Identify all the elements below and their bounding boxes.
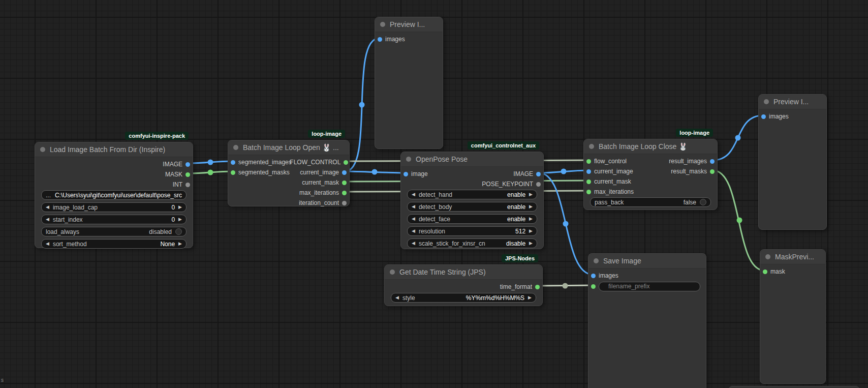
collapse-dot[interactable] [594, 258, 599, 263]
right-arrow-icon[interactable]: ▶ [529, 192, 533, 197]
node-badge: JPS-Nodes [502, 254, 538, 262]
node-save-image[interactable]: Save Image images filename_prefix [588, 253, 706, 388]
input-slot[interactable] [404, 172, 408, 176]
left-arrow-icon[interactable]: ◀ [395, 295, 399, 300]
right-arrow-icon[interactable]: ▶ [528, 295, 532, 300]
right-arrow-icon[interactable]: ▶ [178, 242, 182, 246]
input-slot[interactable] [378, 37, 382, 42]
toggle-circle-icon[interactable] [700, 199, 706, 205]
collapse-dot[interactable] [765, 254, 770, 259]
output-slot[interactable] [710, 159, 715, 164]
node-titlebar[interactable]: Batch Image Loop Close 🐰 [584, 139, 717, 154]
input-slot[interactable] [231, 160, 235, 165]
output-slot[interactable] [344, 160, 348, 165]
toggle-circle-icon[interactable] [175, 228, 182, 235]
left-arrow-icon[interactable]: ◀ [46, 205, 49, 210]
collapse-dot[interactable] [390, 270, 395, 275]
output-slot[interactable] [535, 285, 540, 289]
output-slot-image[interactable] [185, 162, 190, 167]
style-widget[interactable]: ◀ style %Y%m%d%H%M%S ▶ [391, 293, 536, 303]
link-midpoint-dot[interactable] [208, 160, 213, 165]
left-arrow-icon[interactable]: ◀ [412, 192, 415, 197]
node-preview-image-top[interactable]: Preview I... images [375, 17, 443, 149]
output-slot[interactable] [342, 170, 347, 175]
right-arrow-icon[interactable]: ▶ [529, 204, 533, 209]
node-title: Save Image [603, 257, 641, 265]
left-arrow-icon[interactable]: ◀ [412, 229, 415, 233]
left-arrow-icon[interactable]: ◀ [46, 217, 49, 222]
left-arrow-icon[interactable]: ◀ [412, 241, 415, 246]
input-slot[interactable] [586, 180, 591, 184]
link-midpoint-dot[interactable] [563, 221, 569, 227]
pass-back-toggle[interactable]: pass_back false [590, 197, 711, 207]
output-slot[interactable] [710, 169, 715, 174]
detect-face-widget[interactable]: ◀ detect_face enable ▶ [407, 214, 537, 224]
partial-node-bottom[interactable] [728, 386, 860, 388]
node-titlebar[interactable]: OpenPose Pose [401, 152, 543, 167]
start-index-widget[interactable]: ◀ start_index 0 ▶ [41, 215, 187, 224]
node-titlebar[interactable]: Load Image Batch From Dir (Inspire) [35, 142, 193, 157]
collapse-dot[interactable] [40, 147, 45, 152]
link-midpoint-dot[interactable] [563, 283, 568, 289]
input-slot[interactable] [586, 159, 591, 164]
input-slot[interactable] [586, 169, 591, 174]
link-midpoint-dot[interactable] [735, 135, 741, 141]
node-titlebar[interactable]: Preview I... [375, 17, 443, 32]
input-slot[interactable] [763, 270, 767, 274]
resolution-widget[interactable]: ◀ resolution 512 ▶ [407, 226, 537, 236]
node-openpose-pose[interactable]: comfyui_controlnet_aux OpenPose Pose ima… [400, 152, 544, 249]
filename-prefix-widget[interactable]: filename_prefix [599, 282, 700, 291]
output-slot[interactable] [342, 201, 347, 205]
collapse-dot[interactable] [764, 99, 769, 104]
collapse-dot[interactable] [406, 157, 411, 162]
left-arrow-icon[interactable]: ◀ [412, 204, 415, 209]
directory-widget[interactable]: ... C:\Users\syui\git\comfyui\user\defau… [41, 190, 187, 200]
right-arrow-icon[interactable]: ▶ [178, 217, 182, 222]
link-midpoint-dot[interactable] [561, 169, 567, 174]
link-midpoint-dot[interactable] [737, 218, 742, 223]
input-slot[interactable] [591, 284, 596, 289]
load-always-toggle[interactable]: load_always disabled [41, 227, 187, 236]
node-titlebar[interactable]: Batch Image Loop Open 🐰 ... [228, 140, 349, 155]
right-arrow-icon[interactable]: ▶ [178, 205, 182, 210]
node-titlebar[interactable]: Save Image [588, 254, 706, 268]
input-slot[interactable] [591, 274, 596, 278]
node-titlebar[interactable]: Get Date Time String (JPS) [385, 265, 542, 280]
link-midpoint-dot[interactable] [359, 102, 365, 108]
link-midpoint-dot[interactable] [372, 169, 378, 175]
collapse-dot[interactable] [380, 22, 385, 27]
scale-stick-widget[interactable]: ◀ scale_stick_for_xinsr_cn disable ▶ [407, 238, 537, 248]
left-arrow-icon[interactable]: ◀ [412, 217, 415, 221]
node-batch-image-loop-open[interactable]: loop-image Batch Image Loop Open 🐰 ... s… [228, 140, 350, 206]
output-slot[interactable] [536, 172, 541, 176]
input-slot[interactable] [231, 170, 235, 175]
node-load-image-batch[interactable]: comfyui-inspire-pack Load Image Batch Fr… [35, 142, 193, 248]
input-slot[interactable] [586, 190, 591, 194]
output-label: MASK [165, 171, 182, 178]
node-titlebar[interactable]: Preview I... [759, 95, 826, 109]
detect-body-widget[interactable]: ◀ detect_body enable ▶ [407, 202, 537, 212]
input-slot[interactable] [761, 114, 766, 119]
right-arrow-icon[interactable]: ▶ [529, 229, 533, 233]
node-preview-image-right[interactable]: Preview I... images [758, 94, 827, 230]
output-slot[interactable] [342, 181, 347, 185]
node-title: MaskPrevi... [775, 253, 814, 261]
node-get-date-time-string[interactable]: JPS-Nodes Get Date Time String (JPS) tim… [384, 264, 543, 306]
output-slot[interactable] [536, 182, 541, 187]
right-arrow-icon[interactable]: ▶ [529, 217, 533, 221]
output-slot[interactable] [342, 191, 347, 195]
collapse-dot[interactable] [233, 145, 238, 150]
detect-hand-widget[interactable]: ◀ detect_hand enable ▶ [407, 190, 537, 199]
node-mask-preview[interactable]: MaskPrevi... mask [760, 249, 826, 384]
node-batch-image-loop-close[interactable]: loop-image Batch Image Loop Close 🐰 flow… [583, 139, 718, 210]
left-arrow-icon[interactable]: ◀ [46, 242, 49, 246]
sort-method-widget[interactable]: ◀ sort_method None ▶ [41, 239, 187, 249]
output-slot-mask[interactable] [185, 172, 190, 177]
node-titlebar[interactable]: MaskPrevi... [760, 250, 825, 264]
link-midpoint-dot[interactable] [208, 170, 213, 175]
collapse-dot[interactable] [589, 144, 594, 149]
image-load-cap-widget[interactable]: ◀ image_load_cap 0 ▶ [41, 202, 187, 212]
right-arrow-icon[interactable]: ▶ [529, 241, 533, 246]
node-badge: loop-image [308, 130, 345, 138]
output-slot-int[interactable] [185, 183, 190, 187]
